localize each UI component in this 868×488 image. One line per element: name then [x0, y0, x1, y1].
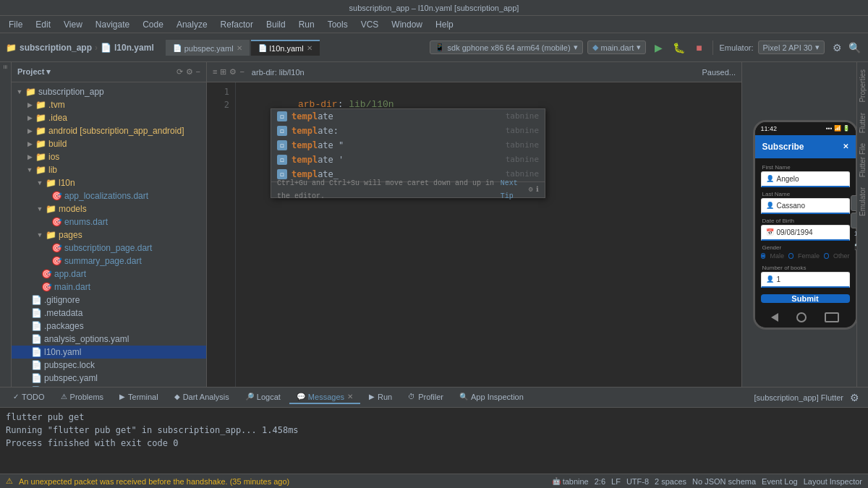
- status-event-log[interactable]: Event Log: [762, 477, 798, 486]
- close-pubspec-tab[interactable]: ✕: [237, 44, 242, 52]
- tree-readme[interactable]: 📄 README.md: [12, 385, 206, 387]
- ac-item-1[interactable]: ◻ template: tabnine: [271, 124, 545, 138]
- vtab-flutter-file[interactable]: Flutter File: [857, 139, 868, 181]
- tab-l10n-yaml[interactable]: 📄 l10n.yaml ✕: [251, 40, 320, 56]
- editor-content[interactable]: 1 2 arb-dir: lib/l10n templ ◻ template: [207, 82, 741, 387]
- close-l10n-tab[interactable]: ✕: [307, 44, 312, 52]
- messages-settings-btn[interactable]: ⚙: [846, 390, 862, 406]
- status-json-schema[interactable]: No JSON schema: [692, 477, 756, 486]
- tree-lib[interactable]: ▼ 📁 lib: [12, 163, 206, 176]
- tree-tvm[interactable]: ▶ 📁 .tvm: [12, 98, 206, 111]
- tree-main-dart[interactable]: 🎯 main.dart: [12, 281, 206, 294]
- tree-packages[interactable]: 📄 .packages: [12, 320, 206, 333]
- ac-info-icon[interactable]: ℹ: [536, 184, 539, 197]
- submit-button[interactable]: Submit: [761, 294, 850, 303]
- vtab-flutter[interactable]: Flutter: [857, 108, 868, 137]
- books-field[interactable]: 👤 1: [761, 272, 850, 288]
- tab-app-inspection[interactable]: 🔍 App Inspection: [452, 391, 531, 404]
- status-indent[interactable]: 2 spaces: [655, 477, 686, 486]
- tree-pubspec-yaml[interactable]: 📄 pubspec.yaml: [12, 372, 206, 385]
- search-button[interactable]: 🔍: [846, 40, 862, 56]
- status-layout-inspector[interactable]: Layout Inspector: [804, 477, 862, 486]
- settings-button[interactable]: ⚙: [829, 40, 845, 56]
- last-name-field[interactable]: 👤 Cassano: [761, 198, 850, 214]
- tree-l10n-yaml[interactable]: 📄 l10n.yaml: [12, 346, 206, 359]
- close-icon[interactable]: ✕: [843, 142, 848, 150]
- tab-todo[interactable]: ✓ TODO: [6, 391, 52, 404]
- emulator-selector[interactable]: Pixel 2 API 30 ▾: [758, 40, 825, 54]
- menu-code[interactable]: Code: [137, 18, 169, 31]
- cog-icon[interactable]: ⚙: [229, 67, 237, 77]
- tab-terminal[interactable]: ▶ Terminal: [112, 391, 166, 404]
- menu-vcs[interactable]: VCS: [355, 18, 385, 31]
- debug-button[interactable]: 🐛: [671, 40, 686, 56]
- tab-profiler[interactable]: ⏱ Profiler: [401, 391, 451, 404]
- home-button[interactable]: [796, 312, 807, 322]
- tab-logcat[interactable]: 🔎 Logcat: [238, 391, 288, 404]
- tree-analysis-options[interactable]: 📄 analysis_options.yaml: [12, 333, 206, 346]
- collapse-icon[interactable]: −: [196, 67, 200, 77]
- radio-other[interactable]: [824, 253, 829, 259]
- status-encoding[interactable]: UTF-8: [626, 477, 649, 486]
- code-area[interactable]: arb-dir: lib/l10n templ ◻ template tabni…: [236, 82, 741, 387]
- first-name-field[interactable]: 👤 Angelo: [761, 171, 850, 187]
- back-button[interactable]: [771, 313, 778, 322]
- structure-icon[interactable]: ≡: [213, 67, 217, 77]
- tree-pages-folder[interactable]: ▼ 📁 pages: [12, 228, 206, 241]
- vtab-emulator[interactable]: Emulator: [857, 183, 868, 221]
- tree-l10n-folder[interactable]: ▼ 📁 l10n: [12, 176, 206, 189]
- tree-models-folder[interactable]: ▼ 📁 models: [12, 202, 206, 215]
- tab-pubspec-yaml[interactable]: 📄 pubspec.yaml ✕: [166, 40, 250, 56]
- close-messages-tab[interactable]: ✕: [347, 393, 353, 401]
- tree-app-dart[interactable]: 🎯 app.dart: [12, 267, 206, 281]
- next-tip-link[interactable]: Next Tip: [501, 177, 529, 203]
- menu-edit[interactable]: Edit: [30, 18, 56, 31]
- menu-file[interactable]: File: [3, 18, 28, 31]
- tab-messages[interactable]: 💬 Messages ✕: [289, 391, 360, 404]
- radio-male[interactable]: [761, 253, 766, 259]
- tree-ios[interactable]: ▶ 📁 ios: [12, 150, 206, 163]
- tree-android[interactable]: ▶ 📁 android [subscription_app_android]: [12, 124, 206, 137]
- recent-button[interactable]: [825, 312, 839, 322]
- tree-app-localizations[interactable]: 🎯 app_localizations.dart: [12, 189, 206, 202]
- ac-settings-icon[interactable]: ⚙: [529, 184, 533, 197]
- status-tabnine[interactable]: 🤖 tabnine: [552, 477, 589, 486]
- radio-female[interactable]: [788, 253, 793, 259]
- vtab-properties[interactable]: Properties: [857, 65, 868, 107]
- tree-enums[interactable]: 🎯 enums.dart: [12, 215, 206, 228]
- project-sidebar-icon[interactable]: ≡: [1, 65, 9, 69]
- dob-field[interactable]: 📅 09/08/1994: [761, 225, 850, 241]
- minus-icon[interactable]: −: [239, 67, 244, 77]
- sdk-selector[interactable]: 📱 sdk gphone x86 64 arm64 (mobile) ▾: [430, 40, 583, 54]
- tab-run[interactable]: ▶ Run: [362, 391, 399, 404]
- menu-view[interactable]: View: [58, 18, 88, 31]
- ac-item-0[interactable]: ◻ template tabnine: [271, 109, 545, 124]
- ac-item-3[interactable]: ◻ template ' tabnine: [271, 153, 545, 167]
- menu-navigate[interactable]: Navigate: [90, 18, 135, 31]
- menu-refactor[interactable]: Refactor: [215, 18, 259, 31]
- menu-help[interactable]: Help: [430, 18, 459, 31]
- status-position[interactable]: 2:6: [595, 477, 605, 486]
- tree-pubspec-lock[interactable]: 📄 pubspec.lock: [12, 359, 206, 372]
- ac-item-2[interactable]: ◻ template " tabnine: [271, 138, 545, 153]
- tree-build[interactable]: ▶ 📁 build: [12, 137, 206, 150]
- tree-summary-page[interactable]: 🎯 summary_page.dart: [12, 254, 206, 267]
- menu-tools[interactable]: Tools: [322, 18, 354, 31]
- tree-gitignore[interactable]: 📄 .gitignore: [12, 294, 206, 307]
- list-icon[interactable]: ⊞: [220, 67, 226, 77]
- gear-icon[interactable]: ⚙: [186, 67, 193, 77]
- menu-run[interactable]: Run: [293, 18, 320, 31]
- tree-subscription-page[interactable]: 🎯 subscription_page.dart: [12, 241, 206, 254]
- menu-analyze[interactable]: Analyze: [171, 18, 213, 31]
- tree-idea[interactable]: ▶ 📁 .idea: [12, 111, 206, 124]
- stop-button[interactable]: ■: [691, 40, 707, 56]
- menu-build[interactable]: Build: [260, 18, 292, 31]
- tab-problems[interactable]: ⚠ Problems: [54, 391, 111, 404]
- sync-icon[interactable]: ⟳: [176, 67, 183, 77]
- tree-root[interactable]: ▼ 📁 subscription_app: [12, 85, 206, 98]
- tab-dart-analysis[interactable]: ◆ Dart Analysis: [167, 391, 237, 404]
- status-lf[interactable]: LF: [611, 477, 621, 486]
- menu-window[interactable]: Window: [386, 18, 428, 31]
- run-config-selector[interactable]: ◆ main.dart ▾: [587, 40, 647, 54]
- run-button[interactable]: ▶: [650, 40, 666, 56]
